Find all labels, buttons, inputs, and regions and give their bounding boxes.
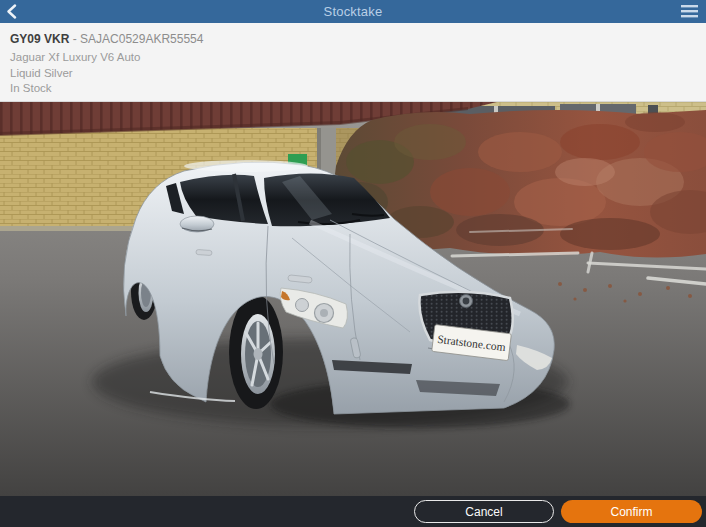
front-wheel	[229, 295, 283, 409]
vehicle-colour: Liquid Silver	[10, 66, 696, 82]
vehicle-photo: Stratstone.com	[0, 102, 706, 496]
cancel-button[interactable]: Cancel	[414, 500, 554, 523]
action-bar: Cancel Confirm	[0, 496, 706, 527]
registration-separator: -	[69, 32, 80, 46]
chevron-left-icon	[6, 4, 17, 19]
stocktake-app: Stocktake GY09 VKR - SAJAC0529AKR55554 J…	[0, 0, 706, 527]
vehicle-info-panel: GY09 VKR - SAJAC0529AKR55554 Jaguar Xf L…	[0, 23, 706, 102]
registration-line: GY09 VKR - SAJAC0529AKR55554	[10, 32, 696, 46]
side-mirror	[180, 216, 214, 232]
vin-number: SAJAC0529AKR55554	[80, 32, 203, 46]
vehicle-status: In Stock	[10, 81, 696, 97]
hamburger-icon	[681, 5, 698, 18]
header-bar: Stocktake	[0, 0, 706, 23]
registration-number: GY09 VKR	[10, 32, 69, 46]
confirm-button[interactable]: Confirm	[561, 500, 702, 523]
menu-button[interactable]	[679, 0, 699, 23]
page-title: Stocktake	[0, 4, 706, 19]
back-button[interactable]	[6, 0, 28, 23]
vehicle-model: Jaguar Xf Luxury V6 Auto	[10, 50, 696, 66]
vehicle-photo-container: Stratstone.com	[0, 102, 706, 496]
